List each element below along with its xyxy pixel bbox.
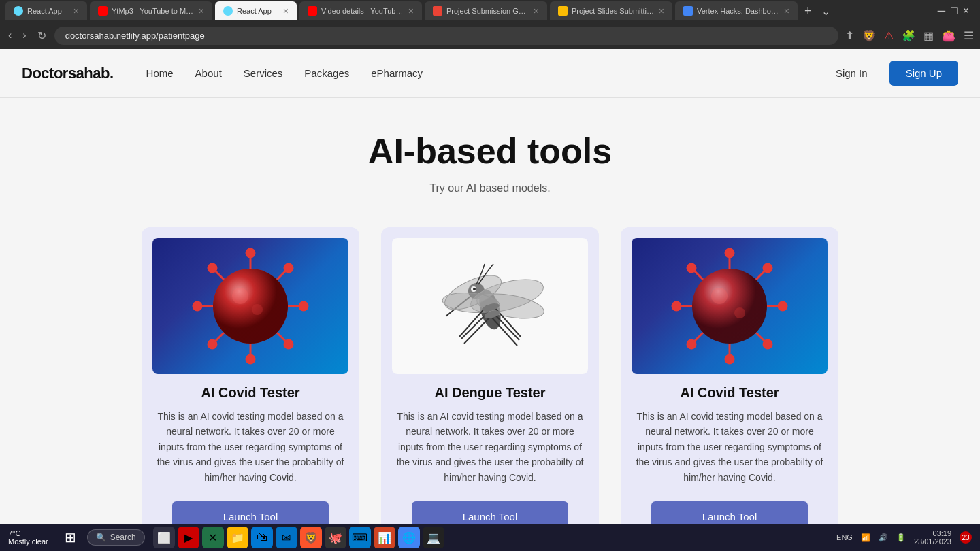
tab-label: YtMp3 - YouTube to MP3 C...	[112, 7, 195, 15]
weather-desc: Mostly clear	[8, 537, 48, 546]
card-covid-1: AI Covid Tester This is an AI covid test…	[142, 227, 359, 524]
maximize-icon[interactable]: □	[951, 5, 958, 17]
taskbar-search[interactable]: 🔍 Search	[87, 529, 145, 546]
taskbar-app-excel[interactable]: ✕	[202, 527, 224, 548]
svg-point-19	[252, 304, 263, 315]
svg-line-29	[464, 317, 490, 344]
tab-label: React App	[27, 7, 62, 15]
window-controls: ─ □ ×	[932, 5, 975, 17]
volume-icon: 🔊	[879, 533, 888, 542]
svg-point-5	[246, 355, 255, 363]
youtube-icon	[98, 6, 108, 16]
taskbar-app-explorer[interactable]: 📁	[227, 527, 248, 548]
clock-date: 23/01/2023	[914, 537, 951, 546]
search-icon: 🔍	[96, 533, 106, 542]
tab-gmail[interactable]: Project Submission Guideli... ×	[425, 1, 547, 20]
close-icon[interactable]: ×	[283, 5, 289, 16]
taskbar-app-chrome[interactable]: 🌐	[398, 527, 420, 548]
taskbar-app-ppt[interactable]: 📊	[374, 527, 395, 548]
wallet-icon[interactable]: 👛	[941, 28, 957, 44]
browser-toolbar: ⬆ 🦁 ⚠ 🧩 ▦ 👛 ☰	[844, 28, 975, 44]
card-image-covid-1	[152, 238, 348, 374]
taskbar-clock[interactable]: 03:19 23/01/2023	[914, 529, 951, 546]
tab-vertex[interactable]: Vertex Hacks: Dashboard |... ×	[675, 1, 798, 20]
address-bar: ‹ › ↻ ⬆ 🦁 ⚠ 🧩 ▦ 👛 ☰	[0, 22, 980, 49]
reload-button[interactable]: ↻	[35, 27, 49, 45]
taskbar-app-term[interactable]: 💻	[423, 527, 444, 548]
taskbar-app-github[interactable]: 🐙	[325, 527, 346, 548]
svg-point-7	[193, 302, 201, 310]
close-icon[interactable]: ×	[74, 5, 79, 16]
svg-point-17	[284, 340, 293, 348]
menu-icon[interactable]: ☰	[962, 28, 975, 44]
cards-container: AI Covid Tester This is an AI covid test…	[22, 227, 958, 524]
react-icon	[14, 6, 23, 16]
close-icon[interactable]: ×	[534, 5, 539, 16]
tab-label: Vertex Hacks: Dashboard |...	[697, 7, 780, 15]
taskbar-app-mail[interactable]: ✉	[276, 527, 297, 548]
card-title-covid-2: AI Covid Tester	[680, 385, 779, 401]
svg-point-55	[734, 307, 745, 318]
new-tab-button[interactable]: +	[800, 4, 816, 18]
launch-tool-button-covid-2[interactable]: Launch Tool	[651, 501, 808, 524]
close-icon[interactable]: ×	[659, 5, 664, 16]
taskbar-app-store[interactable]: 🛍	[251, 527, 273, 548]
svg-point-39	[725, 249, 734, 257]
forward-button[interactable]: ›	[20, 27, 29, 44]
close-icon[interactable]: ×	[408, 5, 414, 16]
share-icon[interactable]: ⬆	[844, 28, 855, 44]
tab-label: Project Slides Submitting F...	[572, 7, 655, 15]
start-button[interactable]: ⊞	[59, 527, 82, 548]
svg-point-54	[711, 288, 728, 304]
sign-up-button[interactable]: Sign Up	[889, 61, 958, 86]
tab-react-1[interactable]: React App ×	[5, 1, 87, 20]
card-image-dengue-1	[392, 238, 588, 374]
nav-packages[interactable]: Packages	[304, 67, 349, 79]
tab-ytmp3[interactable]: YtMp3 - YouTube to MP3 C... ×	[90, 1, 212, 20]
nav-epharmacy[interactable]: ePharmacy	[371, 67, 423, 79]
clock-time: 03:19	[932, 529, 951, 537]
svg-line-32	[491, 317, 517, 346]
svg-point-51	[687, 340, 696, 348]
shield-icon[interactable]: ⚠	[883, 28, 895, 44]
taskbar-app-video[interactable]: ▶	[178, 527, 199, 548]
slides-icon	[558, 6, 568, 16]
card-title-dengue-1: AI Dengue Tester	[435, 385, 546, 401]
close-icon[interactable]: ×	[784, 5, 789, 16]
card-desc-dengue-1: This is an AI covid testing model based …	[392, 409, 588, 485]
tab-overflow-button[interactable]: ⌄	[819, 5, 833, 18]
svg-point-18	[232, 288, 248, 304]
tab-slides[interactable]: Project Slides Submitting F... ×	[550, 1, 672, 20]
sidebar-icon[interactable]: ▦	[922, 28, 935, 44]
card-dengue-1: AI Dengue Tester This is an AI covid tes…	[381, 227, 599, 524]
minimize-icon[interactable]: ─	[938, 5, 945, 17]
svg-point-11	[208, 264, 216, 272]
nav-services[interactable]: Services	[244, 67, 283, 79]
svg-point-37	[692, 269, 767, 344]
svg-point-45	[779, 302, 787, 310]
close-window-icon[interactable]: ×	[963, 5, 969, 17]
taskbar-app-taskview[interactable]: ⬜	[153, 527, 175, 548]
taskbar-app-vscode[interactable]: ⌨	[349, 527, 371, 548]
close-icon[interactable]: ×	[199, 5, 204, 16]
svg-point-13	[284, 264, 293, 272]
tab-react-active[interactable]: React App ×	[215, 1, 297, 20]
extension-icon[interactable]: 🧩	[900, 28, 917, 44]
launch-tool-button-dengue-1[interactable]: Launch Tool	[412, 501, 568, 524]
back-button[interactable]: ‹	[5, 27, 14, 44]
launch-tool-button-covid-1[interactable]: Launch Tool	[172, 501, 329, 524]
svg-point-47	[687, 264, 696, 272]
weather-temp: 7°C	[8, 529, 48, 537]
nav-home[interactable]: Home	[146, 67, 174, 79]
tab-label: React App	[237, 7, 272, 15]
sign-in-button[interactable]: Sign In	[825, 62, 879, 84]
site-navigation: Doctorsahab. Home About Services Package…	[0, 49, 980, 98]
address-input[interactable]	[54, 27, 838, 45]
card-image-covid-2	[632, 238, 828, 374]
nav-right: Sign In Sign Up	[825, 61, 958, 86]
tab-youtube[interactable]: Video details - YouTube St... ×	[299, 1, 422, 20]
taskbar-app-brave[interactable]: 🦁	[300, 527, 322, 548]
search-label: Search	[110, 533, 136, 542]
notification-badge[interactable]: 23	[960, 531, 972, 544]
nav-about[interactable]: About	[195, 67, 222, 79]
